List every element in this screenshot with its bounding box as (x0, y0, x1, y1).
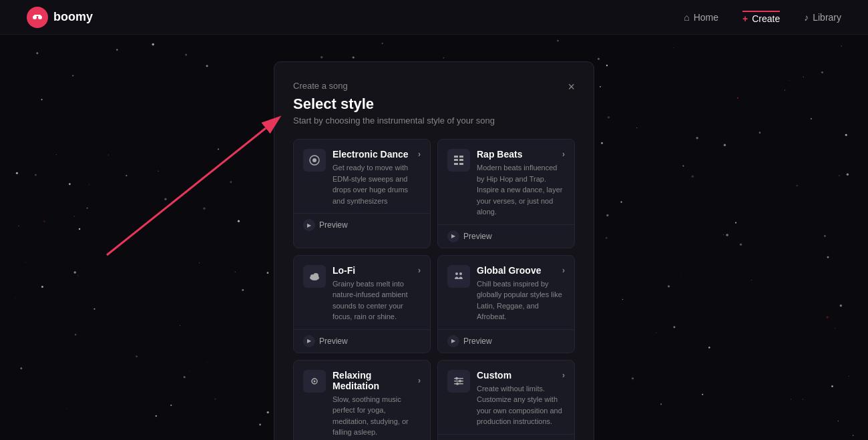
svg-rect-9 (454, 163, 458, 165)
svg-line-25 (107, 128, 266, 255)
nav-create[interactable]: + Create (742, 11, 780, 24)
svg-point-4 (312, 158, 316, 162)
card-preview-electronic-dance[interactable]: ▶ Preview (294, 213, 430, 236)
preview-play-icon-rap-beats: ▶ (447, 230, 459, 242)
svg-point-23 (456, 382, 459, 385)
card-chevron-lo-fi: › (418, 266, 421, 275)
card-description-electronic-dance: Get ready to move with EDM-style sweeps … (333, 162, 421, 206)
modal-subheading: Start by choosing the instrumental style… (293, 116, 575, 126)
card-preview-lo-fi[interactable]: ▶ Preview (294, 329, 430, 353)
style-card-rap-beats[interactable]: Rap Beats › Modern beats influenced by H… (437, 139, 575, 248)
svg-rect-10 (459, 163, 463, 165)
card-description-relaxing-meditation: Slow, soothing music perfect for yoga, m… (333, 394, 421, 438)
svg-point-21 (455, 377, 458, 379)
preview-label-lo-fi: Preview (319, 337, 348, 346)
card-description-lo-fi: Grainy beats melt into nature-infused am… (333, 278, 421, 322)
preview-label-global-groove: Preview (463, 337, 492, 346)
svg-rect-5 (454, 156, 458, 158)
style-card-lo-fi[interactable]: Lo-Fi › Grainy beats melt into nature-in… (293, 255, 431, 353)
nav-create-label: Create (752, 13, 780, 24)
card-description-rap-beats: Modern beats influenced by Hip Hop and T… (477, 162, 565, 218)
nav-home-label: Home (694, 12, 718, 23)
card-body-lo-fi: Lo-Fi › Grainy beats melt into nature-in… (294, 256, 430, 329)
modal-header: Create a song × (293, 81, 575, 93)
card-text-electronic-dance: Electronic Dance › Get ready to move wit… (333, 149, 421, 206)
home-icon: ⌂ (684, 12, 689, 23)
card-icon-electronic-dance (303, 149, 326, 172)
nav-library-label: Library (813, 12, 841, 23)
card-title-global-groove: Global Groove › (477, 265, 565, 276)
preview-label-electronic-dance: Preview (319, 220, 348, 230)
logo-icon (27, 7, 48, 28)
card-title-relaxing-meditation: Relaxing Meditation › (333, 370, 421, 391)
style-card-relaxing-meditation[interactable]: Relaxing Meditation › Slow, soothing mus… (293, 360, 431, 441)
logo-text: boomy (53, 10, 93, 24)
card-preview-global-groove[interactable]: ▶ Preview (438, 329, 574, 353)
card-description-custom: Create without limits. Customize any sty… (477, 383, 565, 427)
nav-home[interactable]: ⌂ Home (684, 12, 718, 23)
preview-play-icon-global-groove: ▶ (447, 335, 459, 347)
svg-rect-6 (459, 156, 463, 158)
card-body-electronic-dance: Electronic Dance › Get ready to move wit… (294, 140, 430, 213)
card-text-lo-fi: Lo-Fi › Grainy beats melt into nature-in… (333, 265, 421, 322)
logo: boomy (27, 7, 684, 28)
card-title-electronic-dance: Electronic Dance › (333, 149, 421, 160)
svg-rect-8 (459, 159, 463, 161)
preview-play-icon-lo-fi: ▶ (303, 335, 315, 347)
card-title-lo-fi: Lo-Fi › (333, 265, 421, 276)
card-description-global-groove: Chill beats inspired by globally popular… (477, 278, 565, 322)
card-icon-lo-fi (303, 265, 326, 288)
card-text-custom: Custom › Create without limits. Customiz… (477, 370, 565, 427)
card-chevron-global-groove: › (562, 266, 565, 275)
card-body-global-groove: Global Groove › Chill beats inspired by … (438, 256, 574, 329)
style-grid: Electronic Dance › Get ready to move wit… (293, 139, 575, 440)
card-title-custom: Custom › (477, 370, 565, 381)
svg-rect-7 (454, 159, 458, 161)
card-text-relaxing-meditation: Relaxing Meditation › Slow, soothing mus… (333, 370, 421, 438)
card-chevron-relaxing-meditation: › (418, 376, 421, 385)
svg-point-17 (314, 380, 316, 382)
create-song-modal: Create a song × Select style Start by ch… (274, 61, 594, 440)
card-icon-custom (447, 370, 470, 393)
main-content: Create a song × Select style Start by ch… (0, 35, 868, 440)
svg-point-15 (459, 272, 462, 275)
nav-library[interactable]: ♪ Library (804, 12, 841, 23)
library-icon: ♪ (804, 12, 809, 23)
style-card-global-groove[interactable]: Global Groove › Chill beats inspired by … (437, 255, 575, 353)
card-preview-custom[interactable]: ▶ Preview (438, 434, 574, 441)
modal-heading: Select style (293, 95, 575, 113)
svg-rect-2 (34, 15, 41, 16)
card-body-custom: Custom › Create without limits. Customiz… (438, 361, 574, 434)
preview-label-rap-beats: Preview (463, 232, 492, 241)
card-body-relaxing-meditation: Relaxing Meditation › Slow, soothing mus… (294, 361, 430, 441)
style-card-custom[interactable]: Custom › Create without limits. Customiz… (437, 360, 575, 441)
card-chevron-electronic-dance: › (418, 150, 421, 159)
modal-title: Create a song (293, 81, 348, 91)
card-title-rap-beats: Rap Beats › (477, 149, 565, 160)
nav-links: ⌂ Home + Create ♪ Library (684, 11, 841, 24)
create-icon: + (742, 13, 748, 24)
card-body-rap-beats: Rap Beats › Modern beats influenced by H… (438, 140, 574, 224)
svg-point-14 (455, 272, 458, 275)
card-preview-rap-beats[interactable]: ▶ Preview (438, 224, 574, 248)
close-button[interactable]: × (568, 81, 575, 93)
navbar: boomy ⌂ Home + Create ♪ Library (0, 0, 868, 35)
card-chevron-rap-beats: › (562, 150, 565, 159)
card-chevron-custom: › (562, 371, 565, 380)
style-card-electronic-dance[interactable]: Electronic Dance › Get ready to move wit… (293, 139, 431, 248)
svg-point-22 (459, 379, 461, 382)
card-icon-relaxing-meditation (303, 370, 326, 393)
card-text-rap-beats: Rap Beats › Modern beats influenced by H… (477, 149, 565, 218)
preview-play-icon-electronic-dance: ▶ (303, 219, 315, 231)
card-icon-global-groove (447, 265, 470, 288)
svg-point-13 (313, 273, 318, 278)
card-icon-rap-beats (447, 149, 470, 172)
card-text-global-groove: Global Groove › Chill beats inspired by … (477, 265, 565, 322)
arrow-annotation (53, 115, 287, 262)
